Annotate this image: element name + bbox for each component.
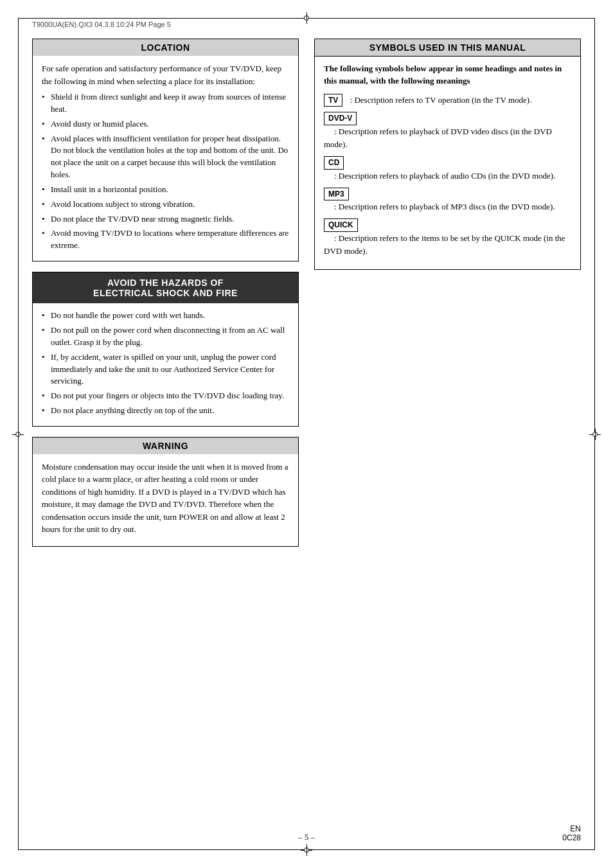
list-item: Avoid moving TV/DVD to locations where t… (42, 227, 289, 252)
footer-en: EN (562, 824, 581, 833)
right-column: SYMBOLS USED IN THIS MANUAL The followin… (314, 39, 581, 829)
symbol-desc-cd: : Description refers to playback of audi… (334, 171, 555, 181)
symbols-title: SYMBOLS USED IN THIS MANUAL (314, 39, 581, 56)
list-item: Do not place anything directly on top of… (42, 405, 289, 417)
location-section: LOCATION For safe operation and satisfac… (32, 39, 299, 261)
warning-text: Moisture condensation may occur inside t… (42, 461, 289, 536)
symbol-tag-cd: CD (324, 156, 344, 170)
warning-body: Moisture condensation may occur inside t… (33, 454, 298, 546)
list-item: If, by accident, water is spilled on you… (42, 351, 289, 388)
list-item: Avoid locations subject to strong vibrat… (42, 199, 289, 211)
list-item: Install unit in a horizontal position. (42, 184, 289, 196)
symbol-quick: QUICK : Description refers to the items … (324, 218, 571, 257)
list-item: Do not handle the power cord with wet ha… (42, 310, 289, 322)
list-item: Do not put your fingers or objects into … (42, 390, 289, 402)
location-intro: For safe operation and satisfactory perf… (42, 62, 289, 87)
list-item: Avoid dusty or humid places. (42, 118, 289, 130)
footer-code: EN 0C28 (562, 824, 581, 842)
symbol-dvdv: DVD-V : Description refers to playback o… (324, 112, 571, 150)
list-item: Do not pull on the power cord when disco… (42, 324, 289, 349)
header-meta: T9000UA(EN).QX3 04.3.8 10:24 PM Page 5 (32, 21, 171, 28)
list-item: Avoid places with insufficient ventilati… (42, 133, 289, 181)
warning-section: WARNING Moisture condensation may occur … (32, 437, 299, 547)
symbol-mp3: MP3 : Description refers to playback of … (324, 188, 571, 214)
symbols-section: SYMBOLS USED IN THIS MANUAL The followin… (314, 39, 581, 270)
content-area: LOCATION For safe operation and satisfac… (32, 39, 581, 829)
symbol-desc-quick: : Description refers to the items to be … (324, 233, 565, 256)
page-number: – 5 – (298, 832, 315, 842)
symbol-tag-quick: QUICK (324, 218, 358, 232)
symbol-tag-tv: TV (324, 94, 342, 107)
symbol-tag-dvdv: DVD-V (324, 112, 357, 125)
list-item: Shield it from direct sunlight and keep … (42, 91, 289, 116)
location-title: LOCATION (33, 39, 298, 56)
location-body: For safe operation and satisfactory perf… (33, 56, 298, 261)
symbol-cd: CD : Description refers to playback of a… (324, 156, 571, 182)
list-item: Do not place the TV/DVD near strong magn… (42, 213, 289, 226)
hazards-title-line2: ELECTRICAL SHOCK AND FIRE (93, 288, 238, 298)
crosshair-right (589, 429, 601, 440)
crosshair-left (12, 429, 24, 440)
symbols-body: The following symbols below appear in so… (314, 56, 581, 270)
hazards-title: AVOID THE HAZARDS OF ELECTRICAL SHOCK AN… (33, 272, 298, 303)
warning-title: WARNING (33, 438, 298, 454)
symbol-desc-tv: : Description refers to TV operation (in… (350, 95, 532, 105)
left-column: LOCATION For safe operation and satisfac… (32, 39, 299, 829)
crosshair-top (301, 12, 312, 24)
crosshair-bottom (301, 844, 312, 856)
hazards-title-line1: AVOID THE HAZARDS OF (107, 278, 224, 288)
symbols-intro: The following symbols below appear in so… (324, 63, 571, 87)
hazards-list: Do not handle the power cord with wet ha… (42, 310, 289, 417)
footer-0c28: 0C28 (562, 833, 581, 842)
symbol-tv: TV : Description refers to TV operation … (324, 94, 571, 107)
footer: – 5 – EN 0C28 (32, 832, 581, 842)
location-list: Shield it from direct sunlight and keep … (42, 91, 289, 252)
hazards-body: Do not handle the power cord with wet ha… (33, 303, 298, 426)
symbol-desc-mp3: : Description refers to playback of MP3 … (334, 202, 555, 211)
symbol-tag-mp3: MP3 (324, 188, 349, 201)
symbol-desc-dvdv: : Description refers to playback of DVD … (324, 127, 552, 149)
hazards-section: AVOID THE HAZARDS OF ELECTRICAL SHOCK AN… (32, 272, 299, 427)
